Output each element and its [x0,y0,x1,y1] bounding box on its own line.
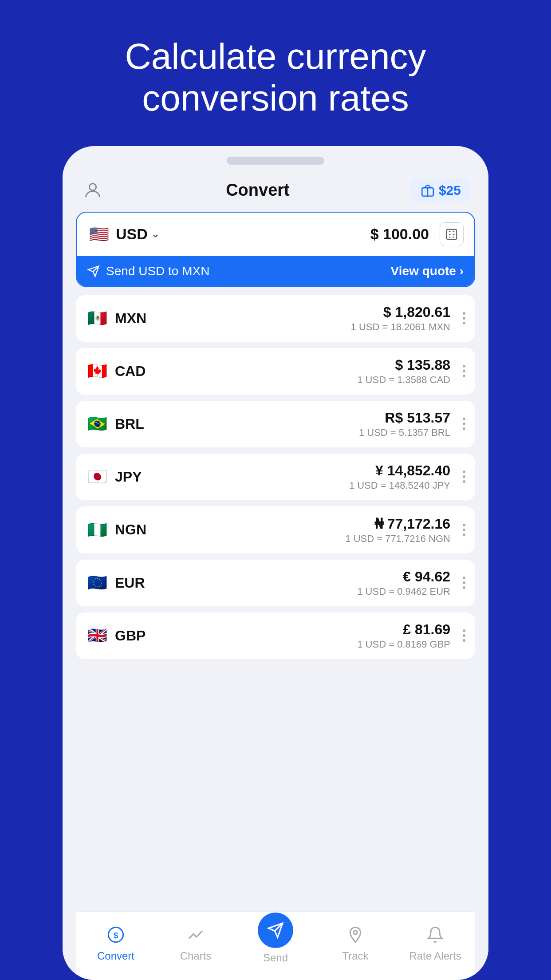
nav-label-track: Track [342,950,368,962]
currency-row-mxn[interactable]: 🇲🇽 MXN $ 1,820.61 1 USD = 18.2061 MXN [76,295,475,342]
base-currency-code[interactable]: USD ⌄ [116,225,159,243]
svg-point-15 [354,931,357,934]
flag-brl: 🇧🇷 [86,412,109,435]
svg-text:$: $ [114,931,118,940]
base-currency-amount[interactable]: $ 100.00 [370,225,429,243]
currency-row-jpy[interactable]: 🇯🇵 JPY ¥ 14,852.40 1 USD = 148.5240 JPY [76,454,475,500]
nav-label-charts: Charts [180,950,212,962]
send-banner-cta[interactable]: View quote › [391,264,464,278]
currency-row-ngn[interactable]: 🇳🇬 NGN ₦ 77,172.16 1 USD = 771.7216 NGN [76,506,475,553]
convert-icon: $ [104,923,127,946]
charts-icon [184,923,207,946]
track-icon [344,923,367,946]
currency-input-row: 🇺🇸 USD ⌄ $ 100.00 [77,213,474,256]
more-menu-brl[interactable] [463,418,465,430]
phone-shell: Convert $25 🇺🇸 USD ⌄ $ 100.00 [63,146,488,980]
nav-item-convert[interactable]: $ Convert [89,923,142,962]
svg-point-0 [89,183,96,190]
flag-eur: 🇪🇺 [86,571,109,594]
nav-label-send: Send [263,952,288,964]
currency-row-gbp[interactable]: 🇬🇧 GBP £ 81.69 1 USD = 0.8169 GBP [76,612,475,659]
calculator-button[interactable] [440,222,464,246]
currency-row-cad[interactable]: 🇨🇦 CAD $ 135.88 1 USD = 1.3588 CAD [76,348,475,395]
currency-row-eur[interactable]: 🇪🇺 EUR € 94.62 1 USD = 0.9462 EUR [76,560,475,606]
flag-jpy: 🇯🇵 [86,465,109,488]
more-menu-gbp[interactable] [463,629,465,642]
screen: Convert $25 🇺🇸 USD ⌄ $ 100.00 [63,165,488,980]
currency-row-brl[interactable]: 🇧🇷 BRL R$ 513.57 1 USD = 5.1357 BRL [76,401,475,447]
hero-title: Calculate currency conversion rates [98,36,453,119]
more-menu-ngn[interactable] [463,524,465,536]
send-button[interactable] [258,913,293,948]
page-title: Convert [226,181,290,200]
currency-list: 🇲🇽 MXN $ 1,820.61 1 USD = 18.2061 MXN 🇨🇦… [76,295,475,665]
top-bar: Convert $25 [76,165,475,212]
more-menu-jpy[interactable] [463,470,465,483]
rate-alerts-icon [424,923,447,946]
flag-mxn: 🇲🇽 [86,307,109,330]
svg-rect-2 [447,229,457,239]
bottom-nav: $ Convert Charts [76,911,475,980]
nav-item-track[interactable]: Track [329,923,382,962]
more-menu-cad[interactable] [463,365,465,377]
chevron-down-icon: ⌄ [151,229,159,240]
nav-item-send[interactable]: Send [249,921,302,964]
profile-icon[interactable] [80,178,105,203]
nav-label-convert: Convert [97,950,134,962]
promo-badge[interactable]: $25 [410,178,471,202]
send-banner[interactable]: Send USD to MXN View quote › [77,256,474,286]
currency-input-card[interactable]: 🇺🇸 USD ⌄ $ 100.00 [76,212,475,287]
nav-item-charts[interactable]: Charts [169,923,222,962]
nav-label-rate-alerts: Rate Alerts [409,950,461,962]
phone-notch [227,157,324,165]
more-menu-mxn[interactable] [463,312,465,324]
flag-gbp: 🇬🇧 [86,624,109,647]
flag-ngn: 🇳🇬 [86,518,109,541]
more-menu-eur[interactable] [463,577,465,589]
base-flag: 🇺🇸 [87,223,110,246]
flag-cad: 🇨🇦 [86,360,109,383]
send-banner-text: Send USD to MXN [87,264,209,278]
nav-item-rate-alerts[interactable]: Rate Alerts [409,923,462,962]
